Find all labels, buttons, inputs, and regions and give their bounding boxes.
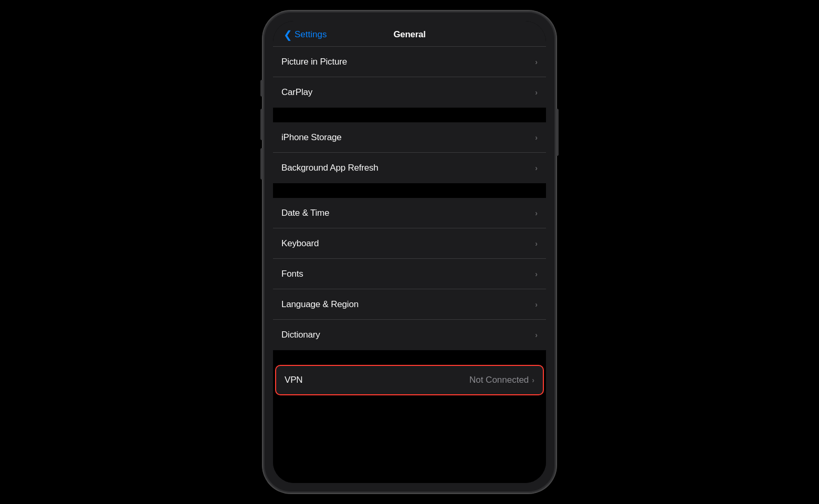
language-region-label: Language & Region [281,299,359,310]
date-time-label: Date & Time [281,208,329,218]
vpn-section: VPN Not Connected › [273,365,546,395]
sidebar-item-keyboard[interactable]: Keyboard › [273,228,546,259]
navigation-bar: ❮ Settings General [273,21,546,47]
power-button [556,109,559,156]
fonts-label: Fonts [281,269,303,279]
iphone-storage-chevron-icon: › [535,133,538,142]
sidebar-item-carplay[interactable]: CarPlay › [273,77,546,108]
group-2: iPhone Storage › Background App Refresh … [273,122,546,183]
dictionary-chevron-icon: › [535,331,538,339]
screen: ❮ Settings General Picture in Picture › … [273,21,546,483]
background-app-refresh-right: › [535,164,538,172]
sidebar-item-vpn[interactable]: VPN Not Connected › [275,365,544,395]
fonts-right: › [535,270,538,278]
sidebar-item-date-time[interactable]: Date & Time › [273,198,546,228]
mute-button [260,80,263,97]
volume-down-button [260,148,263,180]
keyboard-right: › [535,239,538,248]
language-region-right: › [535,300,538,309]
group-3-container: Date & Time › Keyboard › Fonts [273,198,546,350]
group-3: Date & Time › Keyboard › Fonts [273,198,546,350]
page-title: General [393,29,425,40]
group-1: Picture in Picture › CarPlay › [273,47,546,108]
background-app-refresh-label: Background App Refresh [281,163,379,173]
gap-2 [273,183,546,198]
vpn-chevron-icon: › [532,376,534,384]
settings-list: Picture in Picture › CarPlay › [273,47,546,483]
picture-in-picture-right: › [535,58,538,66]
group-1-container: Picture in Picture › CarPlay › [273,47,546,108]
date-time-right: › [535,209,538,217]
carplay-label: CarPlay [281,87,312,98]
vpn-label: VPN [285,375,302,385]
group-2-container: iPhone Storage › Background App Refresh … [273,122,546,183]
volume-up-button [260,109,263,140]
sidebar-item-language-region[interactable]: Language & Region › [273,289,546,320]
keyboard-chevron-icon: › [535,239,538,248]
iphone-storage-right: › [535,133,538,142]
fonts-chevron-icon: › [535,270,538,278]
vpn-value: Not Connected [469,375,529,385]
back-button[interactable]: ❮ Settings [284,29,327,40]
iphone-storage-label: iPhone Storage [281,132,341,143]
gap-1 [273,108,546,122]
sidebar-item-iphone-storage[interactable]: iPhone Storage › [273,122,546,153]
back-label: Settings [295,29,327,40]
background-app-refresh-chevron-icon: › [535,164,538,172]
sidebar-item-picture-in-picture[interactable]: Picture in Picture › [273,47,546,77]
sidebar-item-fonts[interactable]: Fonts › [273,259,546,289]
picture-in-picture-chevron-icon: › [535,58,538,66]
date-time-chevron-icon: › [535,209,538,217]
sidebar-item-background-app-refresh[interactable]: Background App Refresh › [273,153,546,183]
sidebar-item-dictionary[interactable]: Dictionary › [273,320,546,350]
carplay-right: › [535,88,538,97]
carplay-chevron-icon: › [535,88,538,97]
picture-in-picture-label: Picture in Picture [281,57,347,67]
dictionary-label: Dictionary [281,330,320,340]
dictionary-right: › [535,331,538,339]
back-chevron-icon: ❮ [284,29,292,40]
phone-frame: ❮ Settings General Picture in Picture › … [262,10,556,494]
language-region-chevron-icon: › [535,300,538,309]
keyboard-label: Keyboard [281,238,319,249]
vpn-right: Not Connected › [469,375,534,385]
